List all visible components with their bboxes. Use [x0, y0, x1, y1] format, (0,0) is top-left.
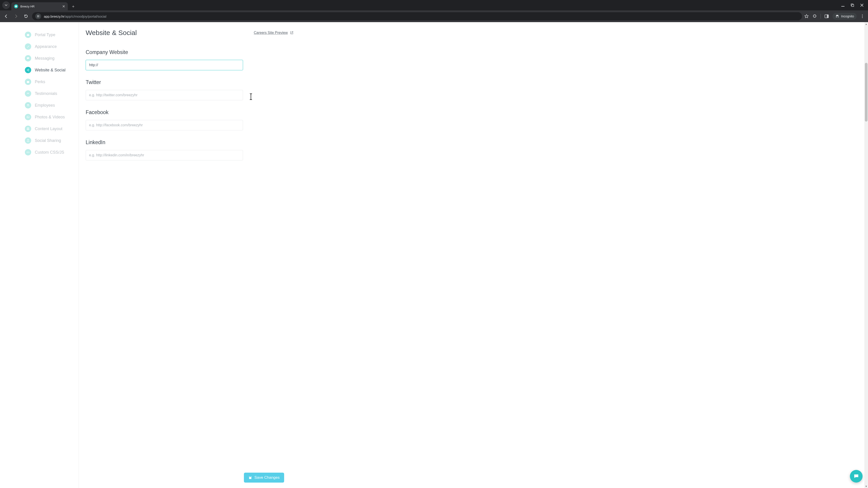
- url-text: app.breezy.hr/app/c/moodjoy/portal/socia…: [44, 14, 106, 18]
- field-label: Facebook: [86, 109, 293, 116]
- bookmark-button[interactable]: [804, 14, 809, 19]
- chat-bubble-icon: [853, 473, 859, 479]
- sidebar-item-label: Social Sharing: [35, 138, 61, 143]
- sidebar-item-label: Content Layout: [35, 127, 62, 131]
- layout-icon: [25, 126, 31, 132]
- external-link-icon: [290, 31, 293, 35]
- chat-fab-button[interactable]: [850, 470, 863, 483]
- svg-rect-18: [27, 81, 29, 82]
- svg-point-20: [28, 104, 29, 105]
- save-icon: [248, 476, 252, 480]
- incognito-indicator[interactable]: Incognito: [833, 13, 857, 20]
- sidebar-item-content-layout[interactable]: Content Layout: [25, 123, 79, 135]
- svg-rect-5: [37, 17, 38, 17]
- main-header: Website & Social Careers Site Preview: [86, 29, 293, 37]
- svg-point-10: [862, 16, 863, 17]
- sidebar-item-employees[interactable]: Employees: [25, 99, 79, 111]
- forward-button[interactable]: [12, 12, 20, 20]
- brush-icon: [25, 43, 31, 50]
- people-icon: [25, 102, 31, 108]
- main-content: Website & Social Careers Site Preview Co…: [79, 22, 301, 488]
- address-bar[interactable]: app.breezy.hr/app/c/moodjoy/portal/socia…: [32, 12, 802, 20]
- field-label: Company Website: [86, 49, 293, 55]
- sidebar-item-label: Photos & Videos: [35, 115, 65, 120]
- url-host: app.breezy.hr: [44, 14, 64, 18]
- sidebar-item-portal-type[interactable]: Portal Type: [25, 29, 79, 41]
- sidebar-item-testimonials[interactable]: Testimonials: [25, 88, 79, 99]
- sidebar-item-label: Perks: [35, 79, 45, 84]
- svg-rect-2: [852, 4, 854, 6]
- extensions-button[interactable]: [812, 14, 817, 19]
- left-gutter: [0, 22, 25, 488]
- sidebar-item-perks[interactable]: Perks: [25, 76, 79, 88]
- sidebar-item-label: Website & Social: [35, 68, 66, 72]
- careers-preview-link[interactable]: Careers Site Preview: [254, 31, 293, 35]
- close-tab-button[interactable]: ✕: [62, 4, 65, 8]
- svg-rect-3: [37, 15, 38, 16]
- sidebar-item-website-social[interactable]: Website & Social: [25, 64, 79, 76]
- new-tab-button[interactable]: ＋: [70, 3, 76, 9]
- save-changes-button[interactable]: Save Changes: [244, 473, 284, 483]
- url-path: /app/c/moodjoy/portal/social: [64, 14, 106, 18]
- browser-menu-button[interactable]: [860, 14, 864, 18]
- twitter-input[interactable]: [86, 90, 243, 100]
- chat-icon: [25, 55, 31, 61]
- field-label: LinkedIn: [86, 139, 293, 145]
- site-info-button[interactable]: [35, 13, 41, 19]
- sidebar-item-label: Testimonials: [35, 91, 57, 96]
- briefcase-icon: [25, 32, 31, 38]
- svg-rect-8: [827, 15, 829, 18]
- sidepanel-button[interactable]: [825, 14, 829, 19]
- share-icon: [25, 67, 31, 73]
- tab-search-button[interactable]: [2, 1, 10, 9]
- toolbar-right: Incognito: [804, 13, 866, 20]
- incognito-icon: [835, 14, 839, 18]
- svg-rect-25: [28, 129, 29, 130]
- field-label: Twitter: [86, 79, 293, 86]
- browser-tab[interactable]: Breezy HR ✕: [11, 2, 68, 10]
- svg-rect-21: [27, 116, 29, 118]
- svg-rect-12: [27, 34, 29, 36]
- scroll-up-arrow[interactable]: ▲: [864, 22, 868, 26]
- linkedin-input[interactable]: [86, 150, 243, 160]
- incognito-label: Incognito: [841, 14, 854, 18]
- site-favicon: [14, 4, 18, 8]
- scroll-thumb[interactable]: [865, 63, 868, 122]
- sidebar-item-label: Custom CSS/JS: [35, 150, 64, 155]
- quote-icon: [25, 90, 31, 97]
- svg-rect-13: [28, 34, 29, 35]
- facebook-input[interactable]: [86, 120, 243, 130]
- sidebar-item-photos-videos[interactable]: Photos & Videos: [25, 111, 79, 123]
- company-website-input[interactable]: [86, 60, 243, 70]
- code-icon: [25, 149, 31, 156]
- tab-strip: Breezy HR ✕ ＋: [0, 0, 868, 10]
- back-button[interactable]: [2, 12, 10, 20]
- close-window-button[interactable]: [860, 4, 864, 7]
- sidebar-item-social-sharing[interactable]: Social Sharing: [25, 135, 79, 147]
- preview-link-label: Careers Site Preview: [254, 31, 288, 35]
- page-title: Website & Social: [86, 29, 137, 37]
- browser-chrome: Breezy HR ✕ ＋: [0, 0, 868, 22]
- svg-point-11: [862, 17, 863, 18]
- photo-icon: [25, 114, 31, 120]
- minimize-button[interactable]: [841, 4, 844, 7]
- scroll-down-arrow[interactable]: ▼: [864, 484, 868, 488]
- svg-rect-23: [27, 128, 29, 128]
- sidebar-item-appearance[interactable]: Appearance: [25, 41, 79, 53]
- sidebar-item-messaging[interactable]: Messaging: [25, 53, 79, 64]
- toolbar-separator: [820, 14, 821, 19]
- sidebar-item-label: Messaging: [35, 56, 55, 61]
- sidebar-item-label: Portal Type: [35, 33, 55, 37]
- save-button-label: Save Changes: [254, 475, 280, 480]
- reload-button[interactable]: [22, 12, 30, 20]
- browser-toolbar: app.breezy.hr/app/c/moodjoy/portal/socia…: [0, 10, 868, 22]
- sidebar-item-custom-css-js[interactable]: Custom CSS/JS: [25, 147, 79, 158]
- chevron-down-icon: [5, 4, 7, 6]
- vertical-scrollbar[interactable]: ▲ ▼: [864, 22, 868, 488]
- svg-rect-24: [27, 129, 28, 130]
- svg-point-19: [27, 104, 28, 105]
- sidebar-item-label: Employees: [35, 103, 55, 108]
- settings-sidebar: Portal Type Appearance Messaging Website…: [25, 22, 79, 488]
- window-controls: [841, 0, 868, 10]
- maximize-button[interactable]: [851, 4, 854, 7]
